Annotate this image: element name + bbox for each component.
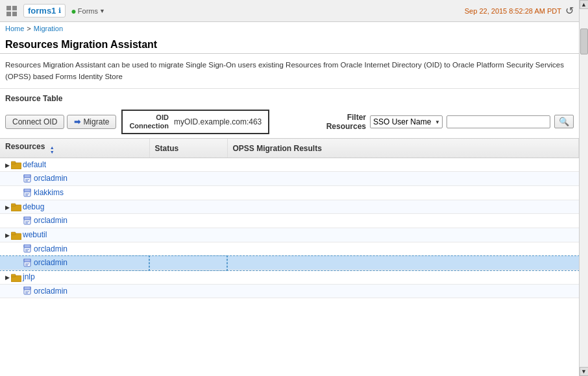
scroll-track (580, 9, 589, 367)
info-icon[interactable]: ℹ (58, 6, 61, 15)
refresh-icon[interactable]: ↺ (565, 5, 574, 17)
migrate-arrow-icon: ➡ (74, 117, 80, 126)
resource-name: default (23, 160, 46, 169)
file-icon (23, 174, 34, 183)
oid-connection-box: OIDConnection myOID.example.com:463 (121, 110, 269, 134)
cell-opss (227, 200, 579, 214)
folder-icon (11, 160, 23, 169)
breadcrumb-separator: > (27, 25, 31, 32)
toolbar: Connect OID ➡ Migrate OIDConnection myOI… (0, 106, 579, 139)
page-title: Resources Migration Assistant (0, 35, 579, 54)
sort-down-icon[interactable]: ▼ (50, 150, 55, 154)
col-resources-label: Resources (5, 142, 45, 151)
cell-resource: ▶jnlp (0, 270, 149, 284)
folder-toggle-icon[interactable]: ▶ (5, 162, 10, 169)
breadcrumb-current: Migration (34, 25, 63, 32)
cell-opss (227, 242, 579, 256)
col-status: Status (149, 139, 227, 158)
cell-opss (227, 158, 579, 172)
table-row[interactable]: orcladmin (0, 242, 579, 256)
forms-sub[interactable]: ● Forms ▼ (71, 6, 105, 16)
grid-icon (5, 5, 18, 18)
table-row[interactable]: ▶webutil (0, 228, 579, 242)
svg-rect-33 (24, 287, 31, 290)
resource-name: webutil (23, 230, 47, 239)
folder-toggle-icon[interactable]: ▶ (5, 274, 10, 281)
connect-oid-button[interactable]: Connect OID (5, 115, 64, 129)
table-body: ▶defaultorcladminklakkims▶debugorcladmin… (0, 158, 579, 298)
resource-name: orcladmin (34, 244, 67, 253)
filter-select[interactable]: SSO User Name Resource Name All (370, 115, 443, 128)
cell-status (149, 172, 227, 186)
search-button[interactable]: 🔍 (554, 115, 574, 128)
resource-name: debug (23, 202, 44, 211)
filter-label: FilterResources (326, 113, 366, 132)
search-icon: 🔍 (559, 117, 569, 126)
resource-table: Resources ▲ ▼ Status OPSS Migration Resu… (0, 139, 579, 298)
main-scrollbar[interactable]: ▲ ▼ (579, 0, 588, 376)
header-right: Sep 22, 2015 8:52:28 AM PDT ↺ (465, 5, 574, 17)
table-scroll-area: Resources ▲ ▼ Status OPSS Migration Resu… (0, 139, 579, 298)
circle-icon: ● (71, 6, 76, 16)
cell-status (149, 158, 227, 172)
cell-resource: orcladmin (0, 256, 149, 270)
table-header-row: Resources ▲ ▼ Status OPSS Migration Resu… (0, 139, 579, 158)
svg-rect-2 (6, 12, 11, 16)
table-row[interactable]: ▶jnlp (0, 270, 579, 284)
scroll-down-button[interactable]: ▼ (580, 367, 589, 376)
page-description: Resources Migration Assistant can be use… (0, 54, 579, 89)
col-opss-label: OPSS Migration Results (233, 144, 322, 153)
table-row[interactable]: orcladmin (0, 214, 579, 228)
folder-toggle-icon[interactable]: ▶ (5, 232, 10, 239)
filter-text-input[interactable] (447, 115, 550, 128)
resource-name: orcladmin (34, 174, 67, 183)
folder-toggle-icon[interactable]: ▶ (5, 204, 10, 211)
app-badge[interactable]: forms1 ℹ (23, 4, 66, 18)
cell-opss (227, 256, 579, 270)
oid-connection-value: myOID.example.com:463 (174, 117, 262, 126)
cell-resource: ▶webutil (0, 228, 149, 242)
filter-select-wrapper[interactable]: SSO User Name Resource Name All (370, 115, 443, 128)
table-row[interactable]: klakkims (0, 186, 579, 200)
cell-status (149, 200, 227, 214)
top-header: forms1 ℹ ● Forms ▼ Sep 22, 2015 8:52:28 … (0, 0, 579, 22)
folder-icon (11, 230, 23, 239)
resource-name: orcladmin (34, 287, 67, 296)
cell-status (149, 228, 227, 242)
cell-resource: klakkims (0, 186, 149, 200)
cell-status (149, 186, 227, 200)
table-row[interactable]: orcladmin (0, 284, 579, 298)
folder-icon (11, 202, 23, 211)
col-resources: Resources ▲ ▼ (0, 139, 149, 158)
scroll-thumb[interactable] (580, 29, 588, 54)
table-row[interactable]: ▶default (0, 158, 579, 172)
folder-icon (11, 272, 23, 281)
svg-rect-31 (11, 274, 16, 277)
svg-rect-17 (24, 217, 31, 220)
migrate-button[interactable]: ➡ Migrate (67, 115, 116, 129)
cell-opss (227, 186, 579, 200)
migrate-label: Migrate (83, 117, 109, 126)
oid-connection-label: OIDConnection (129, 113, 169, 130)
breadcrumb: Home > Migration (0, 22, 579, 35)
cell-opss (227, 284, 579, 298)
svg-rect-1 (12, 6, 17, 10)
sort-icons-resources[interactable]: ▲ ▼ (50, 145, 55, 154)
svg-rect-27 (24, 259, 31, 262)
file-icon (23, 188, 34, 197)
table-row[interactable]: orcladmin (0, 256, 579, 270)
table-row[interactable]: orcladmin (0, 172, 579, 186)
svg-rect-0 (6, 6, 11, 10)
forms-dropdown-arrow[interactable]: ▼ (99, 8, 105, 14)
breadcrumb-home[interactable]: Home (5, 25, 24, 32)
sort-up-icon[interactable]: ▲ (50, 145, 55, 150)
table-row[interactable]: ▶debug (0, 200, 579, 214)
file-icon (23, 244, 34, 253)
app-name: forms1 (28, 6, 56, 16)
scroll-up-button[interactable]: ▲ (580, 0, 589, 9)
cell-status (149, 270, 227, 284)
file-icon (23, 216, 34, 225)
svg-rect-7 (24, 174, 31, 178)
cell-status (149, 256, 227, 270)
cell-resource: orcladmin (0, 242, 149, 256)
